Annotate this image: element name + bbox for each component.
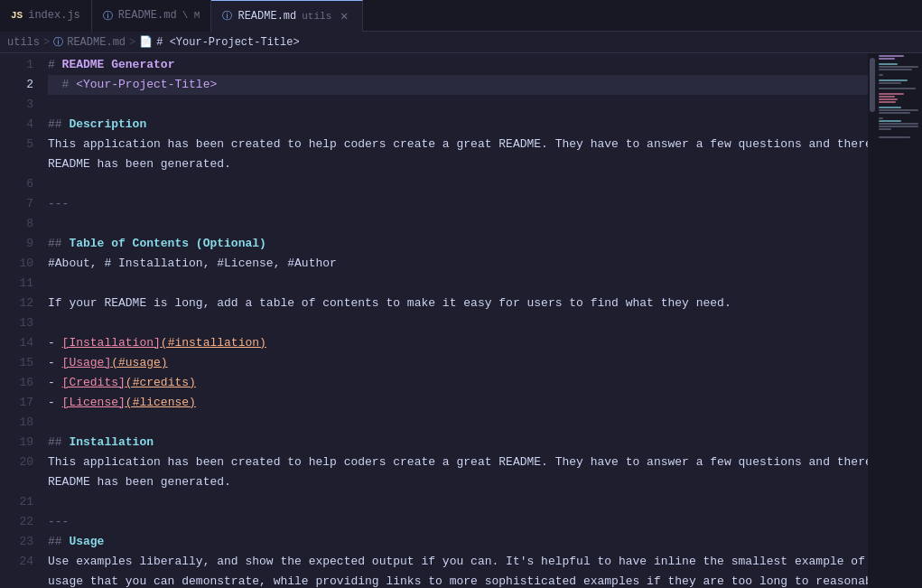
ln-16: 16: [0, 373, 33, 393]
ln-5b: [0, 154, 33, 174]
minimap-line: [879, 71, 880, 73]
ln-12: 12: [0, 294, 33, 313]
breadcrumb-sep-2: >: [129, 36, 135, 49]
minimap-line: [879, 61, 880, 62]
token-link-paren: (#license): [126, 393, 196, 413]
code-line-4: ## Description: [48, 115, 868, 135]
token-and: and: [809, 453, 830, 472]
tab-bar: JS index.js ⓘ README.md \ M ⓘ README.md …: [0, 0, 922, 32]
token-hr: ---: [48, 194, 69, 214]
token-hr: ---: [48, 512, 69, 532]
minimap-line: [879, 66, 918, 68]
code-line-6: [48, 174, 868, 194]
code-line-3: [48, 95, 868, 115]
token: Installation: [69, 433, 154, 453]
breadcrumb-utils: utils: [7, 36, 40, 49]
code-line-14: - [Installation](#installation): [48, 333, 868, 353]
minimap-line: [879, 63, 898, 65]
ln-19: 19: [0, 433, 33, 453]
ln-24: 24: [0, 552, 33, 572]
breadcrumb-md-icon: ⓘ: [53, 35, 63, 49]
minimap-line: [879, 90, 880, 92]
token: This application has been created to hel…: [48, 135, 809, 154]
ln-20: 20: [0, 453, 33, 472]
tab-label-index-js: index.js: [28, 9, 80, 22]
code-line-2: # <Your-Project-Title>: [48, 75, 868, 95]
tab-label-readme-1: README.md: [118, 9, 177, 22]
minimap-line: [879, 104, 880, 106]
scrollbar-thumb[interactable]: [870, 58, 875, 112]
ln-17: 17: [0, 393, 33, 413]
js-icon: JS: [11, 10, 23, 21]
token-link: [Credits]: [62, 373, 126, 393]
token: #: [48, 75, 76, 95]
ln-13: 13: [0, 313, 33, 333]
ln-24b: [0, 572, 33, 588]
code-line-16: - [Credits](#credits): [48, 373, 868, 393]
token: If your README is long, add a table of c…: [48, 294, 731, 313]
scrollbar-track[interactable]: [868, 53, 877, 588]
token-link: [Usage]: [62, 353, 112, 373]
ln-3: 3: [0, 95, 33, 115]
tab-index-js[interactable]: JS index.js: [0, 0, 92, 32]
minimap-line: [879, 69, 912, 70]
ln-2: 2: [0, 75, 33, 95]
token: #: [48, 55, 62, 75]
token-link: [Installation]: [62, 333, 161, 353]
breadcrumb-section: # <Your-Project-Title>: [156, 36, 299, 49]
code-line-8: [48, 214, 868, 234]
minimap-line: [879, 117, 883, 119]
ln-20b: [0, 472, 33, 492]
minimap-line: [879, 88, 916, 89]
tab-label-readme-utils: README.md: [237, 10, 296, 23]
minimap-line: [879, 55, 904, 57]
ln-15: 15: [0, 353, 33, 373]
code-line-20a: This application has been created to hel…: [48, 453, 868, 472]
editor-main: 1 2 3 4 5 6 7 8 9 10 11 12 13 14 15 16 1…: [0, 53, 868, 588]
minimap-line: [879, 79, 908, 81]
code-line-5b: README has been generated.: [48, 154, 868, 174]
code-line-9: ## Table of Contents (Optional): [48, 234, 868, 254]
minimap-line: [879, 101, 896, 103]
minimap-line: [879, 126, 918, 127]
tab-close-button[interactable]: ✕: [337, 9, 351, 23]
token: Use examples liberally, and show the exp…: [48, 552, 865, 572]
code-line-24a: Use examples liberally, and show the exp…: [48, 552, 868, 572]
code-line-18: [48, 413, 868, 433]
ln-11: 11: [0, 274, 33, 294]
token: #About, # Installation, #License, #Autho…: [48, 254, 337, 274]
token: -: [48, 393, 62, 413]
ln-23: 23: [0, 532, 33, 552]
code-line-15: - [Usage](#usage): [48, 353, 868, 373]
token: README Generator: [62, 55, 175, 75]
token: README has been generated.: [48, 472, 231, 492]
ln-5: 5: [0, 135, 33, 154]
minimap-line: [879, 85, 880, 87]
token: This application has been created to hel…: [48, 453, 809, 472]
ln-7: 7: [0, 194, 33, 214]
code-line-11: [48, 274, 868, 294]
token: Description: [69, 115, 146, 135]
token-there: there: [837, 135, 868, 154]
line-numbers: 1 2 3 4 5 6 7 8 9 10 11 12 13 14 15 16 1…: [0, 53, 41, 588]
minimap-line: [879, 58, 895, 60]
token: Table of Contents (Optional): [69, 234, 265, 254]
minimap-line: [879, 96, 895, 98]
tab-readme-md-1[interactable]: ⓘ README.md \ M: [92, 0, 212, 32]
token-there: there: [837, 453, 868, 472]
tab-readme-md-utils[interactable]: ⓘ README.md utils ✕: [211, 0, 363, 32]
minimap-line: [879, 109, 918, 111]
ln-14: 14: [0, 333, 33, 353]
minimap: [877, 53, 922, 588]
tab-suffix-1: \ M: [182, 10, 200, 21]
minimap-line: [879, 128, 891, 130]
md-icon-1: ⓘ: [103, 9, 113, 23]
code-line-10: #About, # Installation, #License, #Autho…: [48, 254, 868, 274]
code-line-20b: README has been generated.: [48, 472, 868, 492]
minimap-line: [879, 123, 918, 125]
breadcrumb-file-icon: 📄: [139, 35, 153, 49]
editor-content[interactable]: # README Generator # <Your-Project-Title…: [41, 53, 868, 588]
code-line-24b: usage that you can demonstrate, while pr…: [48, 572, 868, 588]
token: ##: [48, 115, 69, 135]
minimap-line: [879, 74, 883, 76]
